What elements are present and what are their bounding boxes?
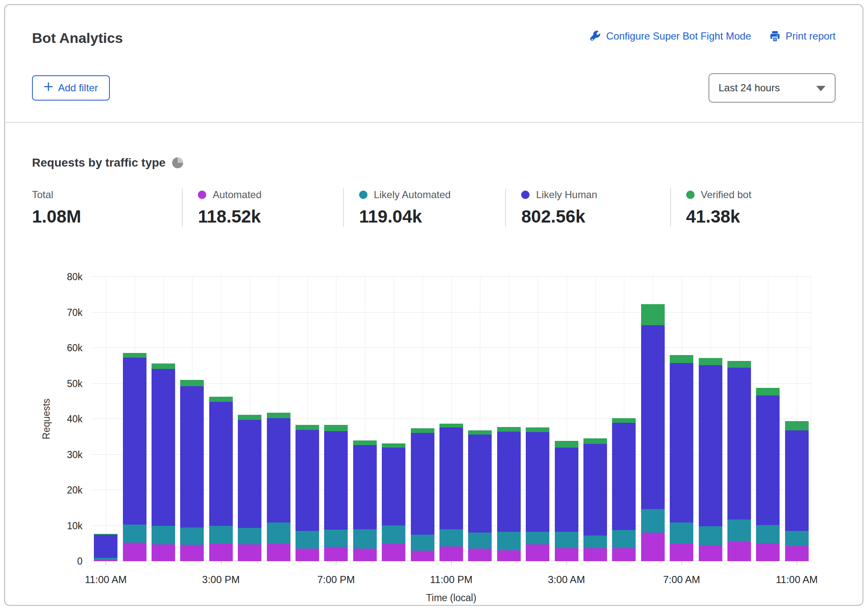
stacked-bar-hour-7[interactable] [267, 413, 290, 561]
stacked-bar-hour-22[interactable] [699, 358, 722, 561]
bar-segment-likely-human[interactable] [612, 423, 636, 530]
stacked-bar-hour-4[interactable] [180, 380, 204, 561]
bar-segment-automated[interactable] [727, 541, 751, 561]
bar-segment-likely-automated[interactable] [238, 528, 261, 544]
bar-segment-likely-automated[interactable] [641, 509, 665, 533]
bar-segment-verified-bot[interactable] [324, 425, 348, 431]
bar-segment-likely-human[interactable] [785, 430, 809, 531]
bar-segment-likely-automated[interactable] [324, 530, 348, 547]
bar-segment-verified-bot[interactable] [382, 443, 405, 447]
bar-segment-automated[interactable] [526, 544, 549, 561]
bar-segment-likely-automated[interactable] [612, 530, 636, 548]
stacked-bar-hour-14[interactable] [468, 430, 492, 561]
bar-segment-likely-automated[interactable] [94, 558, 117, 560]
bar-segment-likely-human[interactable] [411, 433, 434, 535]
bar-segment-likely-automated[interactable] [123, 525, 146, 543]
bar-segment-verified-bot[interactable] [296, 425, 319, 430]
bar-segment-likely-human[interactable] [382, 448, 405, 525]
bar-segment-likely-automated[interactable] [583, 536, 607, 548]
bar-segment-likely-human[interactable] [670, 363, 693, 522]
bar-segment-verified-bot[interactable] [583, 438, 607, 444]
bar-segment-automated[interactable] [756, 543, 780, 561]
bar-segment-likely-automated[interactable] [152, 526, 175, 544]
stacked-bar-hour-11[interactable] [382, 443, 405, 561]
bar-segment-verified-bot[interactable] [555, 441, 578, 447]
bar-segment-likely-human[interactable] [727, 368, 751, 520]
bar-segment-verified-bot[interactable] [152, 363, 175, 369]
stacked-bar-hour-23[interactable] [727, 361, 751, 561]
bar-segment-likely-human[interactable] [439, 427, 463, 529]
stat-likely-human[interactable]: Likely Human802.56k [505, 188, 670, 227]
bar-segment-automated[interactable] [123, 543, 146, 561]
stacked-bar-hour-21[interactable] [670, 355, 693, 561]
bar-segment-likely-human[interactable] [468, 435, 492, 532]
bar-segment-automated[interactable] [267, 544, 290, 561]
add-filter-button[interactable]: Add filter [32, 75, 110, 101]
bar-segment-automated[interactable] [411, 551, 434, 561]
stacked-bar-hour-13[interactable] [439, 424, 463, 561]
bar-segment-likely-automated[interactable] [439, 529, 463, 546]
bar-segment-automated[interactable] [238, 544, 261, 561]
bar-segment-verified-bot[interactable] [94, 534, 117, 535]
bar-segment-automated[interactable] [296, 549, 319, 561]
stacked-bar-hour-16[interactable] [526, 427, 549, 561]
bar-segment-likely-automated[interactable] [699, 526, 722, 545]
bar-segment-likely-automated[interactable] [526, 532, 549, 544]
bar-segment-verified-bot[interactable] [785, 421, 809, 430]
bar-segment-likely-automated[interactable] [353, 529, 377, 549]
stacked-bar-hour-10[interactable] [353, 440, 377, 561]
bar-segment-verified-bot[interactable] [756, 388, 780, 396]
configure-super-bot-fight-mode-link[interactable]: Configure Super Bot Fight Mode [590, 30, 751, 42]
bar-segment-automated[interactable] [612, 548, 636, 561]
bar-segment-likely-human[interactable] [267, 418, 290, 522]
bar-segment-likely-human[interactable] [209, 402, 233, 525]
bar-segment-verified-bot[interactable] [411, 428, 434, 433]
bar-segment-automated[interactable] [180, 545, 204, 561]
bar-segment-automated[interactable] [353, 549, 377, 561]
stacked-bar-hour-1[interactable] [94, 534, 117, 561]
bar-segment-likely-human[interactable] [583, 444, 607, 536]
bar-segment-likely-automated[interactable] [382, 525, 405, 544]
bar-segment-likely-automated[interactable] [555, 532, 578, 548]
bar-segment-likely-human[interactable] [324, 431, 348, 530]
time-range-dropdown[interactable]: Last 24 hours [708, 73, 836, 103]
bar-segment-likely-automated[interactable] [180, 528, 204, 545]
bar-segment-verified-bot[interactable] [468, 430, 492, 435]
bar-segment-automated[interactable] [699, 545, 722, 561]
bar-segment-automated[interactable] [439, 546, 463, 561]
bar-segment-likely-human[interactable] [641, 325, 665, 509]
bar-segment-automated[interactable] [382, 544, 405, 561]
stacked-bar-hour-8[interactable] [296, 425, 319, 561]
bar-segment-likely-human[interactable] [756, 395, 780, 525]
bar-segment-likely-automated[interactable] [296, 531, 319, 549]
bar-segment-verified-bot[interactable] [612, 418, 636, 423]
bar-segment-verified-bot[interactable] [180, 380, 204, 386]
stacked-bar-hour-5[interactable] [209, 397, 233, 561]
bar-segment-automated[interactable] [209, 544, 233, 561]
bar-segment-verified-bot[interactable] [727, 361, 751, 368]
bar-segment-verified-bot[interactable] [670, 355, 693, 363]
bar-segment-verified-bot[interactable] [267, 413, 290, 419]
bar-segment-verified-bot[interactable] [699, 358, 722, 366]
bar-segment-likely-human[interactable] [296, 430, 319, 531]
stacked-bar-hour-20[interactable] [641, 304, 665, 561]
stacked-bar-hour-24[interactable] [756, 388, 780, 561]
bar-segment-automated[interactable] [468, 549, 492, 561]
bar-segment-verified-bot[interactable] [238, 415, 261, 420]
bar-segment-likely-human[interactable] [353, 445, 377, 529]
bar-segment-automated[interactable] [583, 548, 607, 561]
bar-segment-likely-automated[interactable] [670, 522, 693, 544]
bar-segment-verified-bot[interactable] [641, 304, 665, 325]
stacked-bar-hour-17[interactable] [555, 441, 578, 561]
stacked-bar-hour-3[interactable] [152, 363, 175, 561]
stacked-bar-hour-12[interactable] [411, 428, 434, 561]
stacked-bar-hour-9[interactable] [324, 425, 348, 561]
bar-segment-automated[interactable] [641, 533, 665, 561]
stacked-bar-hour-6[interactable] [238, 415, 261, 561]
bar-segment-likely-human[interactable] [555, 448, 578, 532]
bar-segment-likely-human[interactable] [123, 358, 146, 525]
bar-segment-likely-human[interactable] [238, 420, 261, 528]
bar-segment-likely-human[interactable] [699, 365, 722, 526]
bar-segment-automated[interactable] [152, 544, 175, 561]
bar-segment-verified-bot[interactable] [209, 397, 233, 402]
